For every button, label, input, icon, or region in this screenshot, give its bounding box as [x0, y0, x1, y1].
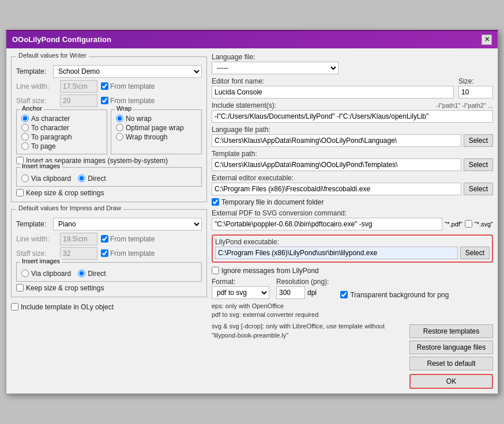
- language-file-section: Language file: -----: [212, 53, 493, 74]
- include-stmt-input[interactable]: [212, 110, 493, 123]
- impress-keep-size-label: Keep size & crop settings: [26, 284, 104, 292]
- insert-images-label: Insert images: [20, 162, 62, 169]
- impress-staff-size-input[interactable]: [60, 247, 97, 260]
- anchor-to-char-radio[interactable]: [21, 124, 29, 131]
- insert-direct-radio[interactable]: [78, 175, 85, 182]
- transparent-check[interactable]: [340, 291, 348, 298]
- impress-insert-images-group: Insert images Via clipboard Direct: [16, 262, 202, 282]
- keep-size-label: Keep size & crop settings: [26, 189, 104, 197]
- size-input[interactable]: [458, 86, 493, 99]
- line-width-input[interactable]: [60, 80, 97, 93]
- editor-font-label: Editor font name:: [212, 77, 454, 85]
- impress-group-label: Default values for Impress and Draw: [16, 205, 123, 211]
- resolution-label: Resolution (png):: [276, 278, 329, 286]
- template-path-select-button[interactable]: Select: [464, 158, 493, 171]
- bottom-section: svg & svg [-dcrop]: only with LibreOffic…: [212, 322, 493, 389]
- svg-check[interactable]: [465, 220, 472, 228]
- anchor-to-page-radio[interactable]: [21, 142, 29, 150]
- format-label: Format:: [212, 278, 269, 286]
- anchor-label: Anchor: [20, 105, 44, 112]
- wrap-label: Wrap: [115, 105, 133, 112]
- pdf-svg-input[interactable]: [212, 218, 442, 230]
- title-bar: OOoLilyPond Configuration ✕: [6, 31, 498, 48]
- lilypond-select-button[interactable]: Select: [460, 247, 490, 259]
- include-stmt-label: Include statement(s):: [212, 101, 276, 109]
- dialog-title: OOoLilyPond Configuration: [12, 35, 111, 44]
- staff-size-input[interactable]: [60, 94, 97, 107]
- from-template-label: From template: [110, 82, 155, 90]
- lang-path-input[interactable]: [212, 134, 461, 147]
- lilypond-section: LilyPond executable: Select: [212, 234, 493, 263]
- anchor-to-paragraph[interactable]: To paragraph: [21, 133, 102, 141]
- line-width-label: Line width:: [16, 82, 57, 90]
- language-file-select[interactable]: -----: [212, 62, 338, 74]
- template-path-section: Template path: Select: [212, 150, 493, 171]
- ext-editor-select-button[interactable]: Select: [464, 183, 493, 195]
- ignore-messages-label: Ignore messages from LilyPond: [221, 267, 319, 275]
- impress-insert-images-label: Insert images: [20, 258, 62, 264]
- anchor-as-character[interactable]: As character: [21, 115, 102, 123]
- keep-size-check[interactable]: [16, 189, 24, 196]
- wrap-through-radio[interactable]: [116, 133, 123, 141]
- size-group: Size:: [458, 77, 493, 99]
- insert-images-group: Insert images Via clipboard Direct: [16, 167, 202, 187]
- writer-group-label: Default values for Writer: [16, 52, 89, 59]
- pdf-svg-label: External PDF to SVG conversion command:: [212, 209, 493, 217]
- format-select[interactable]: pdf to svg: [212, 286, 269, 299]
- reset-default-button[interactable]: Reset to default: [409, 357, 493, 370]
- include-stmt-section: Include statement(s): -l"path1" -l"path2…: [212, 101, 493, 123]
- impress-staff-size-label: Staff size:: [16, 249, 57, 258]
- wrap-optimal-radio[interactable]: [116, 124, 123, 131]
- left-panel: Default values for Writer Template: Scho…: [11, 53, 207, 389]
- lang-path-section: Language file path: Select: [212, 126, 493, 147]
- wrap-none[interactable]: No wrap: [116, 115, 197, 123]
- anchor-to-character[interactable]: To character: [21, 124, 102, 132]
- impress-via-clipboard[interactable]: Via clipboard: [21, 270, 71, 278]
- ok-button[interactable]: OK: [409, 374, 493, 389]
- staff-size-from-template-check[interactable]: [101, 97, 108, 104]
- insert-via-clipboard[interactable]: Via clipboard: [21, 175, 71, 183]
- writer-template-select[interactable]: School Demo: [53, 65, 202, 78]
- wrap-through[interactable]: Wrap through: [116, 133, 197, 141]
- lang-path-select-button[interactable]: Select: [464, 134, 493, 147]
- impress-clipboard-radio[interactable]: [21, 270, 29, 277]
- restore-templates-button[interactable]: Restore templates: [409, 324, 493, 338]
- restore-language-button[interactable]: Restore language files: [409, 340, 493, 354]
- impress-staff-from-template-check[interactable]: [101, 249, 108, 257]
- svg-check-label: "*.svg": [475, 221, 493, 228]
- staff-size-label: Staff size:: [16, 97, 57, 105]
- resolution-input[interactable]: [276, 286, 305, 299]
- ignore-messages-check[interactable]: [212, 267, 219, 274]
- impress-template-select[interactable]: Piano: [53, 218, 202, 230]
- main-dialog: OOoLilyPond Configuration ✕ Default valu…: [6, 30, 498, 395]
- impress-line-from-template-check[interactable]: [101, 235, 108, 243]
- insert-clipboard-radio[interactable]: [21, 175, 29, 182]
- ext-editor-input[interactable]: [212, 183, 461, 195]
- anchor-as-char-radio[interactable]: [21, 115, 29, 122]
- editor-font-group: Editor font name:: [212, 77, 454, 99]
- wrap-none-radio[interactable]: [116, 115, 123, 122]
- template-label: Template:: [16, 67, 51, 75]
- include-template-check[interactable]: [11, 303, 18, 311]
- dialog-body: Default values for Writer Template: Scho…: [6, 48, 498, 394]
- svg-note-section: svg & svg [-dcrop]: only with LibreOffic…: [212, 322, 405, 389]
- include-oly-label: Include template in OLy object: [21, 303, 114, 311]
- insert-direct[interactable]: Direct: [78, 175, 106, 183]
- close-button[interactable]: ✕: [482, 35, 492, 45]
- impress-line-width-input[interactable]: [60, 233, 97, 245]
- dpi-label: dpi: [307, 289, 317, 297]
- impress-direct-radio[interactable]: [78, 270, 85, 277]
- pdf-svg-note: pdf to svg: external converter required: [212, 311, 493, 319]
- line-width-from-template-check[interactable]: [101, 82, 108, 90]
- editor-font-input[interactable]: [212, 86, 454, 99]
- template-path-input[interactable]: [212, 158, 461, 171]
- temp-file-check[interactable]: [212, 198, 219, 206]
- anchor-to-para-radio[interactable]: [21, 133, 29, 141]
- notes-section: eps: only with OpenOffice pdf to svg: ex…: [212, 302, 493, 320]
- wrap-optimal[interactable]: Optimal page wrap: [116, 124, 197, 132]
- impress-direct[interactable]: Direct: [78, 270, 106, 278]
- impress-keep-size-check[interactable]: [16, 284, 24, 292]
- anchor-to-page[interactable]: To page: [21, 142, 102, 150]
- lilypond-exe-input[interactable]: [215, 247, 458, 259]
- impress-group: Default values for Impress and Draw Temp…: [11, 209, 207, 297]
